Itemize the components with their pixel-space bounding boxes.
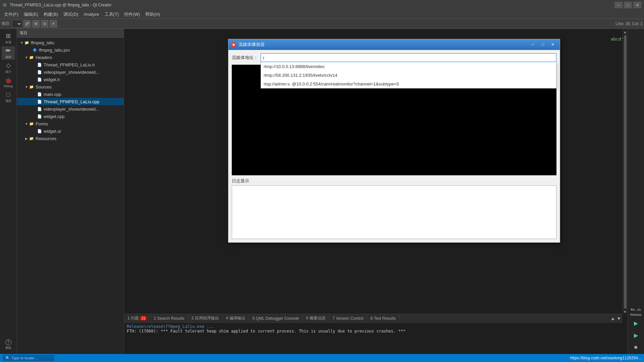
design-icon: ◇	[6, 62, 11, 69]
tree-item-vp[interactable]: 📄 videoplayer_showvideowid...	[17, 105, 124, 113]
activity-design[interactable]: ◇ 设计	[2, 61, 15, 74]
log-box[interactable]	[232, 185, 556, 239]
output-tabs: 1 问题 21 2 Search Results 3 应用程序输出 4 编译输出…	[124, 314, 623, 323]
scroll-down-icon: ▼	[624, 310, 627, 314]
url-suggestion-2[interactable]: rtmp://58.200.131.2:1935/livetv/cctv14	[261, 71, 556, 79]
tab-compile-label: 4 编译输出	[226, 315, 246, 321]
search-icon: 🔍	[5, 356, 10, 360]
log-section: 日志显示	[232, 178, 556, 239]
toolbar-close-btn[interactable]: ✕	[50, 20, 57, 27]
tab-problems[interactable]: 1 问题 21	[124, 314, 150, 323]
status-bar: 🔍 https://blog.csdn.net/xiaolong1126264.…	[0, 354, 644, 362]
h-icon: 📄	[37, 77, 42, 82]
tab-qml-label: 5 QML Debugger Console	[253, 316, 299, 321]
tree-item-h3[interactable]: 📄 widget.h	[17, 76, 124, 83]
tab-app-label: 3 应用程序输出	[192, 315, 219, 321]
stop-button[interactable]: ■	[631, 342, 641, 353]
status-bar-left: 🔍	[3, 355, 54, 361]
tab-test[interactable]: 8 Test Results	[367, 314, 399, 323]
run-debug-button[interactable]: ▶	[631, 330, 641, 341]
search-box: 🔍	[3, 355, 54, 361]
url-suggestion-3[interactable]: rtsp://admin:v. @10.0.0.2:554/cam/realmo…	[261, 79, 556, 88]
folder-icon: 📁	[29, 84, 34, 89]
scroll-thumb[interactable]	[624, 35, 627, 309]
grid-icon: ⊞	[6, 32, 11, 40]
output-scroll-down[interactable]: ▼	[616, 316, 621, 321]
log-label: 日志显示	[232, 178, 556, 184]
arrow-icon: ▼	[24, 56, 29, 59]
project-panel: 项目 ▼ 📁 ffmpeg_laliu 🔷 ffmpeg_laliu.pro	[17, 29, 124, 354]
scroll-up-icon: ▲	[624, 30, 627, 34]
maximize-button[interactable]: □	[624, 2, 632, 8]
help-icon: ?	[5, 339, 11, 345]
arrow-icon: ▼	[24, 122, 29, 126]
menu-bar: 文件(F) 编辑(E) 构建(B) 调试(D) Analyze 工具(T) 控件…	[0, 10, 644, 19]
menu-build[interactable]: 构建(B)	[41, 11, 61, 18]
dialog-content: 流媒体地址： rtmp://10.0.0.13:8888/live/video …	[228, 50, 560, 242]
tree-item-label: videoplayer_showvideowid...	[44, 70, 99, 75]
tree-item-label: Resources	[36, 136, 56, 141]
toolbar-link-btn[interactable]: 🔗	[23, 20, 31, 27]
output-area: 1 问题 21 2 Search Results 3 应用程序输出 4 编译输出…	[124, 314, 623, 354]
tree-item-forms[interactable]: ▼ 📁 Forms	[17, 120, 124, 127]
activity-project[interactable]: □ 项目	[2, 90, 15, 104]
url-suggestion-1[interactable]: rtmp://10.0.0.13:8888/live/video	[261, 62, 556, 71]
run-button[interactable]: ▶	[631, 318, 641, 328]
tab-qml[interactable]: 5 QML Debugger Console	[249, 314, 303, 323]
code-background: abcd";	[587, 29, 627, 49]
tree-item-main[interactable]: 📄 main.cpp	[17, 90, 124, 98]
menu-file[interactable]: 文件(F)	[1, 11, 21, 18]
activity-edit[interactable]: ✏ 编辑	[2, 46, 15, 60]
tab-compile[interactable]: 4 编译输出	[223, 314, 249, 323]
tree-item-headers[interactable]: ▼ 📁 Headers	[17, 54, 124, 61]
tree-item-resources[interactable]: ▶ 📁 Resources	[17, 135, 124, 142]
editor-scrollbar[interactable]: ▲ ▼	[623, 29, 627, 314]
qt-window: ⚙ Thread_FFMPEG_LaLiu.cpp @ ffmpeg_laliu…	[0, 0, 644, 362]
menu-tools[interactable]: 工具(T)	[102, 11, 122, 18]
menu-controls[interactable]: 控件(W)	[121, 11, 143, 18]
activity-bar: ⊞ 欢迎 ✏ 编辑 ◇ 设计 🐞 Debug □ 项目 ? 帮助	[0, 29, 17, 354]
title-bar-left: ⚙ Thread_FFMPEG_LaLiu.cpp @ ffmpeg_laliu…	[3, 2, 111, 8]
url-label: 流媒体地址：	[232, 55, 258, 61]
toolbar-layout-btn[interactable]: ⊞	[32, 20, 40, 27]
dialog-close-button[interactable]: ✕	[548, 41, 557, 48]
activity-help[interactable]: ? 帮助	[2, 338, 15, 351]
output-line-1: Release\release\ffmpeg_Laliu.exe ...	[127, 324, 620, 329]
close-button[interactable]: ✕	[633, 2, 641, 8]
tab-summary[interactable]: 6 概要信息	[303, 314, 329, 323]
activity-welcome[interactable]: ⊞ 欢迎	[2, 32, 15, 45]
url-input-container: rtmp://10.0.0.13:8888/live/video rtmp://…	[261, 53, 556, 62]
project-tree: ▼ 📁 ffmpeg_laliu 🔷 ffmpeg_laliu.pro ▼ 📁	[17, 38, 124, 354]
project-combo[interactable]	[12, 20, 22, 27]
tree-item-widget-cpp[interactable]: 📄 widget.cpp	[17, 113, 124, 120]
output-scroll-up[interactable]: ▲	[610, 316, 615, 321]
tree-item-root[interactable]: ▼ 📁 ffmpeg_laliu	[17, 39, 124, 46]
tab-problems-label: 1 问题	[127, 315, 139, 321]
url-input[interactable]	[261, 53, 556, 62]
tab-search-results[interactable]: 2 Search Results	[150, 314, 188, 323]
output-content: Release\release\ffmpeg_Laliu.exe ... FTH…	[124, 323, 623, 354]
project-panel-title: 项目	[19, 30, 28, 36]
tree-item-sources[interactable]: ▼ 📁 Sources	[17, 83, 124, 90]
search-input[interactable]	[11, 356, 52, 360]
tree-item-pro[interactable]: 🔷 ffmpeg_laliu.pro	[17, 46, 124, 54]
activity-debug[interactable]: 🐞 Debug	[2, 76, 15, 89]
dialog-minimize-button[interactable]: ─	[528, 41, 537, 48]
menu-debug[interactable]: 调试(D)	[61, 11, 81, 18]
minimize-button[interactable]: ─	[614, 2, 623, 8]
tree-item-h1[interactable]: 📄 Thread_FFMPEG_LaLiu.h	[17, 61, 124, 68]
tree-item-thread-cpp[interactable]: 📄 Thread_FFMPEG_LaLiu.cpp	[17, 98, 124, 105]
dialog-maximize-button[interactable]: □	[538, 41, 547, 48]
tab-version[interactable]: 7 Version Control	[329, 314, 367, 323]
title-bar: ⚙ Thread_FFMPEG_LaLiu.cpp @ ffmpeg_laliu…	[0, 0, 644, 10]
tree-item-label: ffmpeg_laliu.pro	[39, 48, 70, 53]
menu-analyze[interactable]: Analyze	[81, 11, 102, 17]
menu-edit[interactable]: 编辑(E)	[21, 11, 41, 18]
toolbar-split-btn[interactable]: ⊟	[41, 20, 48, 27]
tab-app-output[interactable]: 3 应用程序输出	[188, 314, 223, 323]
tree-item-label: Forms	[36, 121, 48, 126]
h-icon: 📄	[37, 69, 42, 75]
menu-help[interactable]: 帮助(H)	[143, 11, 163, 18]
tree-item-h2[interactable]: 📄 videoplayer_showvideowid...	[17, 68, 124, 76]
tree-item-widget-ui[interactable]: 📄 widget.ui	[17, 127, 124, 135]
